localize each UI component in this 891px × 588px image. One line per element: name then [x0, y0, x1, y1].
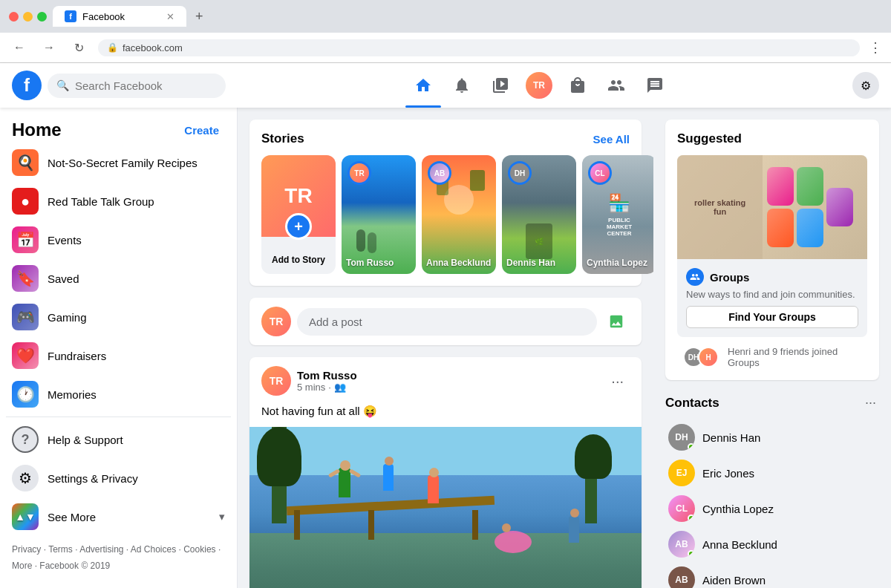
red-table-icon: ●: [12, 188, 39, 215]
dennis-han-avatar: DH: [508, 161, 532, 185]
sidebar: Home Create 🍳 Not-So-Secret Family Recip…: [0, 108, 238, 588]
nav-messenger-button[interactable]: [637, 68, 673, 103]
back-button[interactable]: ←: [9, 37, 30, 58]
contact-item-dennis-han[interactable]: DH Dennis Han: [665, 419, 879, 455]
groups-card-description: New ways to find and join communities.: [686, 289, 858, 300]
sidebar-item-events[interactable]: 📅 Events: [6, 220, 231, 259]
media-upload-button[interactable]: [603, 308, 630, 335]
story-add-card[interactable]: TR + Add to Story: [261, 155, 336, 274]
groups-card-title: Groups: [710, 271, 749, 284]
contacts-more-button[interactable]: ···: [862, 392, 879, 414]
memories-icon: 🕐: [12, 381, 39, 408]
contact-avatar-dennis-han: DH: [668, 424, 695, 451]
url-input[interactable]: 🔒 facebook.com: [98, 39, 860, 56]
contact-item-cynthia-lopez[interactable]: CL Cynthia Lopez: [665, 491, 879, 526]
story-card-anna-becklund[interactable]: AB Anna Becklund: [422, 155, 496, 274]
sidebar-item-label-settings: Settings & Privacy: [48, 472, 138, 485]
footer-links: Privacy · Terms · Advertising · Ad Choic…: [12, 544, 221, 571]
suggested-title: Suggested: [677, 131, 867, 146]
friends-avatars: DH H: [683, 347, 713, 368]
nav-notifications-button[interactable]: [444, 68, 480, 103]
sidebar-item-help-support[interactable]: ? Help & Support: [6, 420, 231, 459]
cynthia-lopez-avatar: CL: [588, 161, 612, 185]
post-time-text: 5 mins: [297, 382, 325, 393]
find-groups-button[interactable]: Find Your Groups: [686, 306, 858, 328]
sidebar-item-fundraisers[interactable]: ❤️ Fundraisers: [6, 336, 231, 375]
nav-marketplace-button[interactable]: [560, 68, 595, 103]
sidebar-item-label-family-recipes: Not-So-Secret Family Recipes: [48, 157, 198, 169]
groups-card-header: Groups: [686, 268, 858, 286]
sidebar-item-label-events: Events: [48, 234, 82, 246]
gaming-icon: 🎮: [12, 304, 39, 330]
browser-tab[interactable]: f Facebook ✕: [53, 6, 186, 27]
post-meta: Tom Russo 5 mins · 👥: [297, 369, 599, 393]
contact-avatar-anna-becklund: AB: [668, 531, 695, 558]
contact-item-anna-becklund[interactable]: AB Anna Becklund: [665, 526, 879, 562]
nav-avatar-button[interactable]: TR: [521, 68, 557, 103]
new-tab-button[interactable]: +: [195, 9, 203, 24]
post-time: 5 mins · 👥: [297, 382, 599, 393]
search-input[interactable]: [75, 79, 217, 92]
sidebar-item-red-table[interactable]: ● Red Table Talk Group: [6, 182, 231, 220]
sidebar-item-settings-privacy[interactable]: ⚙ Settings & Privacy: [6, 459, 231, 497]
maximize-dot[interactable]: [37, 12, 47, 22]
sidebar-item-memories[interactable]: 🕐 Memories: [6, 375, 231, 414]
nav-center: TR: [232, 68, 846, 103]
story-card-cynthia-lopez[interactable]: 🏪 PUBLICMARKETCENTER CL Cynthia Lopez: [582, 155, 653, 274]
contact-item-aiden-brown[interactable]: AB Aiden Brown: [665, 562, 879, 588]
sidebar-item-label-fundraisers: Fundraisers: [48, 350, 106, 362]
sidebar-item-gaming[interactable]: 🎮 Gaming: [6, 298, 231, 336]
contact-name-anna-becklund: Anna Becklund: [702, 538, 777, 551]
nav-video-button[interactable]: [483, 68, 518, 103]
search-icon: 🔍: [56, 79, 69, 91]
browser-menu-button[interactable]: ⋮: [869, 39, 882, 56]
friends-joined-text: Henri and 9 friends joined Groups: [728, 346, 861, 368]
add-story-plus-icon: +: [285, 213, 312, 240]
sidebar-item-see-more[interactable]: ▲▼ See More ▾: [6, 497, 231, 536]
sidebar-item-label-help: Help & Support: [48, 434, 123, 446]
close-dot[interactable]: [9, 12, 19, 22]
facebook-logo[interactable]: f: [12, 71, 42, 100]
post-text: Not having fun at all 😝: [249, 405, 642, 427]
help-icon: ?: [12, 426, 39, 453]
dock: [287, 496, 495, 516]
settings-button[interactable]: ⚙: [852, 72, 879, 99]
tab-close-icon[interactable]: ✕: [166, 11, 174, 22]
create-button[interactable]: Create: [178, 121, 225, 140]
post-input[interactable]: Add a post: [297, 308, 597, 336]
sidebar-item-label-see-more: See More: [48, 511, 96, 523]
forward-button[interactable]: →: [39, 37, 59, 58]
person-4-swimsuit: [495, 531, 532, 553]
tab-label: Facebook: [82, 11, 125, 22]
contacts-title: Contacts: [665, 396, 719, 411]
post-friends-icon: 👥: [334, 382, 346, 393]
sidebar-item-label-red-table: Red Table Talk Group: [48, 195, 154, 208]
composer-avatar: TR: [261, 307, 291, 336]
groups-card-image: roller skatingfun: [677, 155, 867, 259]
refresh-button[interactable]: ↻: [68, 37, 89, 58]
story-card-dennis-han[interactable]: 🌿 DH Dennis Han: [502, 155, 576, 274]
minimize-dot[interactable]: [23, 12, 33, 22]
settings-privacy-icon: ⚙: [12, 465, 39, 491]
sidebar-item-saved[interactable]: 🔖 Saved: [6, 259, 231, 298]
nav-home-button[interactable]: [405, 68, 441, 103]
lock-icon: 🔒: [107, 42, 118, 53]
add-story-label: Add to Story: [269, 255, 328, 265]
contact-name-dennis-han: Dennis Han: [702, 431, 760, 444]
post-header: TR Tom Russo 5 mins · 👥 ···: [249, 357, 642, 405]
search-bar[interactable]: 🔍: [48, 74, 226, 98]
post-more-button[interactable]: ···: [605, 370, 630, 393]
person-4-head: [502, 523, 511, 532]
see-all-button[interactable]: See All: [593, 133, 630, 146]
tree-top-left: [257, 427, 301, 486]
story-card-tom-russo[interactable]: TR Tom Russo: [342, 155, 416, 274]
person-1-body: [339, 468, 350, 497]
contact-online-indicator: [688, 443, 695, 451]
sidebar-header: Home Create: [6, 114, 231, 143]
nav-groups-button[interactable]: [598, 68, 634, 103]
sidebar-item-family-recipes[interactable]: 🍳 Not-So-Secret Family Recipes: [6, 143, 231, 182]
anna-becklund-story-name: Anna Becklund: [426, 258, 492, 268]
cynthia-lopez-story-name: Cynthia Lopez: [587, 258, 652, 268]
person-3-body: [428, 475, 439, 503]
contact-item-eric-jones[interactable]: EJ Eric Jones: [665, 455, 879, 491]
